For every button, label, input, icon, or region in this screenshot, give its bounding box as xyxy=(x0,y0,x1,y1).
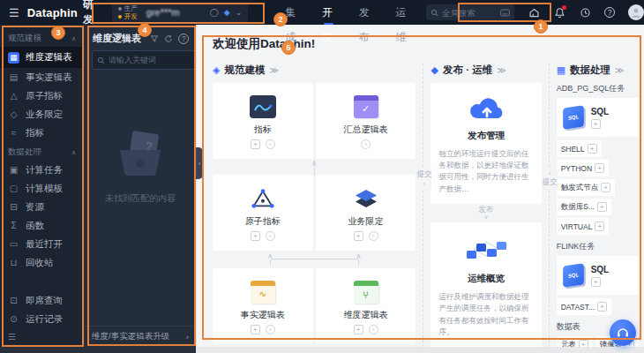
add-icon[interactable]: + xyxy=(579,340,588,347)
tab-integration[interactable]: 集成 xyxy=(285,0,298,25)
summary-table-icon: ✓ xyxy=(354,95,378,118)
add-icon[interactable]: + xyxy=(597,202,607,212)
card-label: 指标 xyxy=(254,124,272,136)
card-fact-table[interactable]: ∿ 事实逻辑表 +◦ xyxy=(213,268,313,344)
list-icon[interactable]: ◦ xyxy=(369,231,378,241)
dim-table-icon: ▦ xyxy=(8,52,19,64)
chip-trigger-node[interactable]: 触发式节点+ xyxy=(557,179,616,196)
card-atomic-metric[interactable]: 原子指标 +◦ xyxy=(213,175,313,251)
panel-collapse-handle[interactable]: ‹ xyxy=(196,147,203,179)
chip-database-sql[interactable]: 数据库S...+ xyxy=(557,199,611,215)
add-icon[interactable]: + xyxy=(601,183,610,192)
add-icon[interactable]: + xyxy=(597,302,607,312)
panel-help-icon[interactable]: ? xyxy=(178,34,189,44)
chip-shell[interactable]: SHELL+ xyxy=(557,140,602,157)
card-publish-manage[interactable]: 发布管理 独立的环境运行提交后的任务和数据，以更好地保证数据可用性，同时方便进行… xyxy=(431,83,541,204)
refresh-icon[interactable] xyxy=(164,34,173,43)
project-selector[interactable]: 生产 开发 gre***m ◯ ◆ ⌄ xyxy=(112,3,248,22)
list-icon[interactable]: ◦ xyxy=(369,325,378,334)
global-search-input[interactable] xyxy=(442,8,497,18)
sidebar-item-atomic-metric[interactable]: △ 原子指标 xyxy=(0,86,84,105)
shortcut-icon xyxy=(500,9,510,17)
list-icon[interactable]: ◦ xyxy=(266,325,275,334)
tab-ops[interactable]: 运维 xyxy=(395,0,408,25)
card-label: 汇总逻辑表 xyxy=(344,124,388,136)
card-business-filter[interactable]: 业务限定 +◦ xyxy=(316,175,416,251)
publish-cloud-icon xyxy=(467,95,505,122)
group-title-flink: FLINK任务 xyxy=(557,241,640,252)
add-icon[interactable]: + xyxy=(591,277,601,287)
notification-bell-icon[interactable] xyxy=(553,6,565,19)
user-avatar[interactable] xyxy=(628,4,644,20)
submit-flow-label: 提交› xyxy=(416,168,431,190)
featured-label: SQL xyxy=(591,107,610,116)
card-desc: 运行及维护调度和数据处理产生的调度任务，以确保所有任务都有效按时间工作有序。 xyxy=(438,291,533,338)
add-icon[interactable]: + xyxy=(354,325,363,334)
assistant-floating-button[interactable] xyxy=(610,319,636,346)
card-metric[interactable]: 指标 +◦ xyxy=(213,83,313,159)
sidebar-item-metric[interactable]: ≈ 指标 xyxy=(0,124,84,142)
sidebar-item-function[interactable]: Σ 函数 xyxy=(0,216,84,235)
suite-name: 研发 xyxy=(83,0,100,27)
recent-folder-icon: ▭ xyxy=(8,238,19,250)
table-upgrade-label: 维度/事实逻辑表升级 xyxy=(92,331,169,342)
info-circle-icon[interactable]: ◯ xyxy=(210,8,219,17)
chip-python[interactable]: PYTHON+ xyxy=(557,160,609,176)
panel-title: 维度逻辑表 xyxy=(93,32,150,45)
card-ops-overview[interactable]: 运维概览 运行及维护调度和数据处理产生的调度任务，以确保所有任务都有效按时间工作… xyxy=(431,222,541,347)
add-icon[interactable]: + xyxy=(588,144,597,154)
list-icon[interactable]: ◦ xyxy=(361,139,371,149)
sidebar-item-fact-table[interactable]: ▤ 事实逻辑表 xyxy=(0,68,84,86)
card-adb-sql[interactable]: SQL SQL + xyxy=(557,98,640,137)
sidebar-section-processing[interactable]: 数据处理 ∧ xyxy=(0,142,84,161)
chip-virtual[interactable]: VIRTUAL+ xyxy=(557,218,610,235)
sidebar-item-label: 计算任务 xyxy=(26,164,63,176)
add-icon[interactable]: + xyxy=(595,222,604,231)
sidebar-item-recent[interactable]: ▭ 最近打开 xyxy=(0,235,84,253)
add-icon[interactable]: + xyxy=(251,231,260,241)
help-icon[interactable]: ? xyxy=(604,7,615,18)
workbench-icon[interactable] xyxy=(528,6,540,19)
double-arrow-icon: ≫ xyxy=(497,65,505,75)
sidebar-item-dim-table[interactable]: ▦ 维度逻辑表 xyxy=(0,47,84,68)
card-summary-table[interactable]: ✓ 汇总逻辑表 ◦ xyxy=(316,83,416,159)
chevron-down-icon[interactable]: ⌄ xyxy=(236,8,243,17)
add-icon[interactable]: + xyxy=(595,163,604,173)
business-filter-icon xyxy=(352,185,380,212)
sidebar-item-adhoc-query[interactable]: ⊡ 即席查询 xyxy=(0,291,84,310)
hamburger-menu-icon[interactable]: ☰ xyxy=(9,6,19,19)
table-upgrade-link[interactable]: 维度/事实逻辑表升级 › xyxy=(85,326,196,347)
add-icon[interactable]: + xyxy=(251,139,260,149)
card-flink-sql[interactable]: SQL SQL + xyxy=(557,256,640,295)
list-icon[interactable]: ◦ xyxy=(266,231,275,241)
ops-nodes-icon xyxy=(463,235,509,265)
add-icon[interactable]: + xyxy=(591,119,601,129)
sidebar-item-compute-task[interactable]: ▣ 计算任务 xyxy=(0,161,84,179)
sidebar-item-run-records[interactable]: ⊙ 运行记录 xyxy=(0,310,84,328)
list-icon[interactable]: ◦ xyxy=(266,139,275,149)
card-dim-table[interactable]: ⑂ 维度逻辑表 +◦ xyxy=(316,268,416,344)
trash-icon: ⊔ xyxy=(8,257,19,268)
left-sidebar: 规范建模 ∧ ▦ 维度逻辑表 ▤ 事实逻辑表 △ 原子指标 ◇ 业务限定 ≈ 指… xyxy=(0,25,84,347)
chip-datastream[interactable]: DATAST...+ xyxy=(557,298,611,315)
chip-meta-table[interactable]: 元表+ xyxy=(557,336,593,347)
sidebar-collapse-icon[interactable]: ☰ xyxy=(0,328,84,347)
add-icon[interactable]: + xyxy=(354,231,363,241)
sidebar-item-label: 即席查询 xyxy=(26,295,63,307)
sidebar-item-recycle-bin[interactable]: ⊔ 回收站 xyxy=(0,253,84,272)
tab-publish[interactable]: 发布 xyxy=(359,0,372,25)
add-icon[interactable]: + xyxy=(251,325,260,334)
flow-connector: ∧ xyxy=(213,159,416,175)
sidebar-item-business-filter[interactable]: ◇ 业务限定 xyxy=(0,105,84,124)
section-title-label: 数据处理 xyxy=(8,146,41,158)
sidebar-item-compute-template[interactable]: ▢ 计算模板 xyxy=(0,179,84,198)
env-toggle[interactable]: 生产 开发 xyxy=(118,5,138,20)
sidebar-section-modeling[interactable]: 规范建模 ∧ xyxy=(0,28,84,47)
card-label: 业务限定 xyxy=(348,215,384,228)
dim-table-panel: 维度逻辑表 ? + ? 未找到匹配的内容 维度/事实逻辑表升级 xyxy=(84,25,196,347)
filter-icon[interactable] xyxy=(150,34,159,43)
sidebar-item-resource[interactable]: ⊟ 资源 xyxy=(0,198,84,216)
global-search-box[interactable] xyxy=(426,4,514,20)
history-icon[interactable] xyxy=(579,6,591,19)
tab-develop[interactable]: 开发 xyxy=(322,0,335,25)
